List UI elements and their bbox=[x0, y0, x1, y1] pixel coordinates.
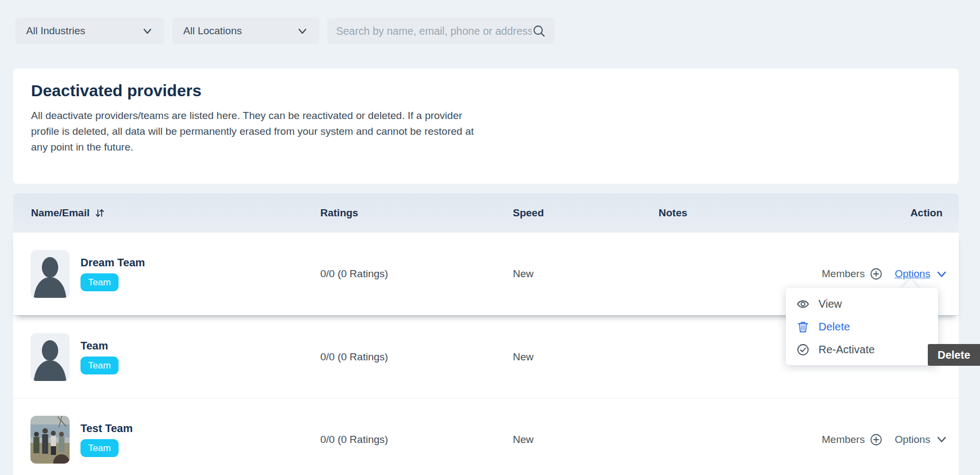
chevron-down-icon bbox=[935, 268, 948, 280]
check-circle-icon bbox=[796, 343, 810, 357]
column-header-speed[interactable]: Speed bbox=[513, 207, 659, 219]
delete-tooltip: Delete bbox=[928, 344, 980, 366]
members-button[interactable]: Members bbox=[822, 267, 883, 280]
tooltip-text: Delete bbox=[938, 349, 970, 361]
sort-arrows-icon[interactable] bbox=[95, 207, 104, 219]
options-menu: View Delete Re-Activate bbox=[786, 288, 938, 365]
provider-name[interactable]: Test Team bbox=[80, 422, 133, 435]
deactivated-providers-page: All Industries All Locations Deactivated… bbox=[0, 0, 980, 475]
options-button[interactable]: Options bbox=[895, 268, 947, 280]
page-title: Deactivated providers bbox=[31, 80, 941, 101]
info-card: Deactivated providers All deactivate pro… bbox=[13, 68, 959, 184]
team-badge: Team bbox=[80, 273, 119, 291]
column-header-notes[interactable]: Notes bbox=[659, 207, 822, 219]
table-header-row: Name/Email Ratings Speed Notes Action bbox=[13, 193, 959, 233]
chevron-down-icon bbox=[296, 25, 308, 37]
chevron-down-icon bbox=[935, 433, 948, 446]
locations-filter-dropdown[interactable]: All Locations bbox=[172, 18, 319, 44]
table-row: Test Team Team 0/0 (0 Ratings) New Membe… bbox=[13, 398, 959, 475]
menu-item-reactivate[interactable]: Re-Activate bbox=[786, 338, 938, 361]
search-box bbox=[327, 18, 555, 44]
provider-name[interactable]: Team bbox=[80, 340, 108, 352]
ratings-value: 0/0 (0 Ratings) bbox=[320, 268, 513, 280]
locations-filter-value: All Locations bbox=[183, 25, 242, 37]
page-description: All deactivate providers/teams are liste… bbox=[31, 108, 481, 155]
person-silhouette-avatar bbox=[30, 333, 70, 381]
speed-value: New bbox=[513, 268, 659, 280]
menu-item-view[interactable]: View bbox=[786, 292, 938, 315]
industries-filter-value: All Industries bbox=[26, 25, 85, 37]
members-button[interactable]: Members bbox=[822, 433, 883, 446]
column-header-name-email[interactable]: Name/Email bbox=[13, 207, 320, 219]
search-input[interactable] bbox=[336, 25, 532, 38]
trash-icon bbox=[796, 320, 810, 334]
speed-value: New bbox=[513, 434, 659, 446]
group-photo-avatar bbox=[30, 416, 70, 464]
chevron-down-icon bbox=[141, 25, 153, 37]
ratings-value: 0/0 (0 Ratings) bbox=[320, 434, 513, 446]
column-header-action: Action bbox=[910, 207, 959, 219]
plus-circle-icon bbox=[870, 433, 883, 446]
search-icon[interactable] bbox=[532, 24, 546, 38]
speed-value: New bbox=[513, 351, 659, 363]
menu-item-label: Delete bbox=[818, 321, 850, 333]
menu-item-label: Re-Activate bbox=[818, 343, 874, 356]
menu-item-delete[interactable]: Delete bbox=[786, 315, 938, 338]
ratings-value: 0/0 (0 Ratings) bbox=[320, 351, 513, 363]
provider-name[interactable]: Dream Team bbox=[80, 257, 145, 269]
filter-bar: All Industries All Locations bbox=[0, 0, 980, 44]
options-button[interactable]: Options bbox=[895, 433, 947, 446]
menu-item-label: View bbox=[818, 298, 842, 310]
team-badge: Team bbox=[80, 439, 119, 457]
eye-icon bbox=[796, 297, 810, 311]
team-badge: Team bbox=[80, 357, 119, 374]
person-silhouette-avatar bbox=[30, 250, 70, 298]
column-header-ratings[interactable]: Ratings bbox=[320, 207, 513, 219]
plus-circle-icon bbox=[870, 267, 883, 280]
industries-filter-dropdown[interactable]: All Industries bbox=[15, 18, 164, 44]
